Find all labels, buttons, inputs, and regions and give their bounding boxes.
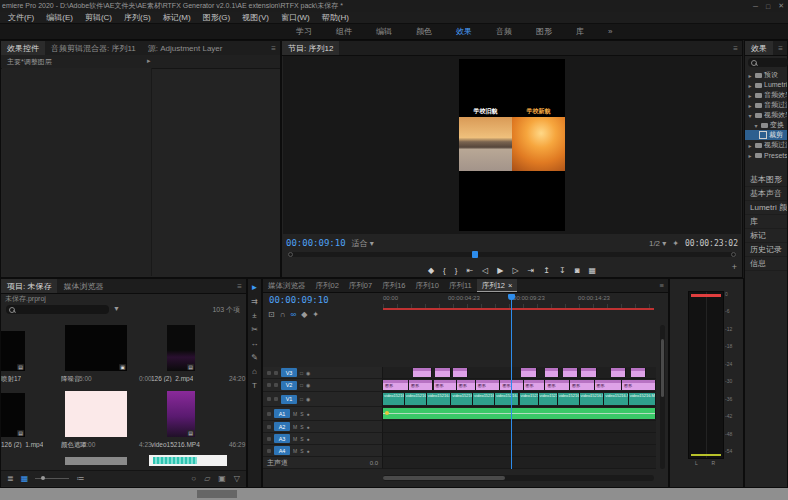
find-icon[interactable]: ○	[191, 474, 196, 483]
volume-line[interactable]	[383, 413, 655, 414]
graphics-clip[interactable]	[581, 368, 597, 377]
track-output-eye-icon[interactable]: ◉	[306, 370, 310, 376]
workspace-overflow-icon[interactable]: »	[596, 24, 624, 39]
graphics-clip[interactable]: 图形	[545, 380, 570, 390]
scrollbar-thumb[interactable]	[383, 476, 505, 480]
menu-item[interactable]: 窗口(W)	[275, 12, 316, 23]
ripple-edit-tool[interactable]: ±	[252, 311, 256, 320]
export-frame-icon[interactable]: ◙	[575, 266, 580, 275]
sync-lock-icon[interactable]: □	[300, 396, 303, 402]
track-lane-V1[interactable]: video15216.MP4video15216.MP4video15216.M…	[383, 392, 656, 407]
graphics-clip[interactable]: 图形	[457, 380, 476, 390]
tab-项目: 未保存[interactable]: 项目: 未保存	[1, 279, 57, 293]
sort-icon[interactable]: ≔	[76, 474, 84, 483]
track-lane-V3[interactable]	[383, 367, 656, 379]
record-mic-icon[interactable]: ●	[307, 448, 310, 454]
pen-tool[interactable]: ✎	[251, 353, 258, 362]
tab-媒体浏览器[interactable]: 媒体浏览器	[263, 279, 311, 292]
timeline-settings-icon[interactable]: ✦	[312, 310, 319, 319]
play-icon[interactable]: ▶	[497, 266, 503, 275]
program-playhead[interactable]	[472, 251, 478, 258]
project-item-thumbnail[interactable]: ▤	[167, 391, 195, 437]
tab-Lumetri 颜色[interactable]: Lumetri 颜色	[745, 201, 787, 215]
button-editor-icon[interactable]: +	[732, 262, 737, 272]
tab-序列11[interactable]: 序列11	[444, 279, 477, 292]
graphics-clip[interactable]: 图形	[595, 380, 622, 390]
add-marker-icon[interactable]: ◆	[301, 310, 307, 319]
effects-tree-item[interactable]: ▾变换	[745, 120, 787, 130]
video-clip[interactable]: video15216.MP4	[451, 393, 473, 405]
hand-tool[interactable]: ⌂	[252, 367, 257, 376]
go-to-out-icon[interactable]: ⇥	[528, 266, 535, 275]
effects-tree-item[interactable]: ▸预设	[745, 70, 787, 80]
menu-item[interactable]: 文件(F)	[2, 12, 40, 23]
comparison-view-icon[interactable]: ▦	[589, 266, 597, 275]
new-bin-icon[interactable]: ▱	[204, 474, 210, 483]
fit-dropdown[interactable]: 适合 ▾	[352, 238, 374, 249]
graphics-clip[interactable]: 图形	[570, 380, 595, 390]
panel-divider[interactable]	[151, 68, 152, 276]
record-mic-icon[interactable]: ●	[307, 424, 310, 430]
project-item-name[interactable]: 126 (2)_2.mp4	[151, 375, 193, 382]
snap-icon[interactable]: ∩	[280, 310, 286, 319]
graphics-clip[interactable]: 图形	[409, 380, 434, 390]
track-name[interactable]: V1	[281, 395, 297, 404]
project-item-thumbnail[interactable]	[149, 455, 227, 466]
workspace-tab-颜色[interactable]: 颜色	[404, 24, 444, 39]
track-lock-icon[interactable]	[267, 449, 271, 453]
graphics-clip[interactable]	[631, 368, 646, 377]
video-clip[interactable]: video15216.MP4	[495, 393, 520, 405]
track-select-tool[interactable]: ⇉	[251, 297, 258, 306]
track-lock-icon[interactable]	[267, 412, 271, 416]
mark-out-icon[interactable]: }	[455, 266, 458, 275]
zoom-slider[interactable]	[35, 478, 69, 479]
extract-icon[interactable]: ↧	[559, 266, 566, 275]
track-name[interactable]: A4	[274, 446, 290, 455]
tab-序列07[interactable]: 序列07	[344, 279, 377, 292]
clip-indicator[interactable]	[691, 294, 721, 297]
tab-历史记录[interactable]: 历史记录	[745, 243, 787, 257]
workspace-tab-库[interactable]: 库	[564, 24, 596, 39]
track-lock-icon[interactable]	[267, 383, 271, 387]
toggle-m-icon[interactable]: M	[293, 424, 297, 430]
tab-基本图形[interactable]: 基本图形	[745, 173, 787, 187]
track-lane-A3[interactable]	[383, 433, 656, 445]
program-timecode[interactable]: 00:00:09:10	[286, 238, 346, 248]
menu-item[interactable]: 编辑(E)	[40, 12, 79, 23]
track-name[interactable]: A2	[274, 422, 290, 431]
scrollbar-thumb[interactable]	[661, 339, 664, 397]
mark-in-icon[interactable]: {	[443, 266, 446, 275]
tab-panel[interactable]: 源: Adjustment Layer	[142, 41, 229, 55]
toggle-m-icon[interactable]: M	[293, 411, 297, 417]
track-name[interactable]: V3	[281, 368, 297, 377]
scrub-start-handle[interactable]	[288, 252, 293, 257]
menu-item[interactable]: 图形(G)	[197, 12, 237, 23]
step-back-icon[interactable]: ◁	[482, 266, 488, 275]
track-lane-A2[interactable]	[383, 421, 656, 433]
graphics-clip[interactable]: 图形	[524, 380, 546, 390]
window-control-icon[interactable]: □	[766, 3, 770, 10]
scale-dropdown[interactable]: 1/2 ▾	[649, 239, 666, 248]
toggle-m-icon[interactable]: M	[293, 448, 297, 454]
panel-menu-icon[interactable]: ≡	[271, 44, 280, 53]
timeline-timecode[interactable]: 00:00:09:10	[269, 295, 329, 305]
project-item-thumbnail[interactable]: ▤	[167, 325, 195, 371]
tab-信息[interactable]: 信息	[745, 257, 787, 271]
toggle-s-icon[interactable]: S	[300, 411, 303, 417]
effects-tree-item[interactable]: ▾视频效果	[745, 110, 787, 120]
record-mic-icon[interactable]: ●	[307, 411, 310, 417]
chevron-down-icon[interactable]: ▾	[753, 122, 759, 129]
source-assign-icon[interactable]	[274, 371, 278, 375]
chevron-down-icon[interactable]: ▾	[747, 112, 753, 119]
tab-effect-controls[interactable]: 效果控件	[1, 41, 45, 55]
toggle-m-icon[interactable]: M	[293, 436, 297, 442]
panel-menu-icon[interactable]: ≡	[778, 44, 787, 53]
project-item-name[interactable]: 喷射17	[1, 375, 21, 384]
panel-menu-icon[interactable]: ≡	[660, 281, 668, 290]
effects-tree-item[interactable]: ▸音频效果	[745, 90, 787, 100]
menu-item[interactable]: 剪辑(C)	[79, 12, 118, 23]
program-scrubber[interactable]	[288, 252, 736, 257]
video-clip[interactable]: video15216.MP4	[520, 393, 539, 405]
tab-panel[interactable]: 音频剪辑混合器: 序列11	[45, 41, 142, 55]
record-mic-icon[interactable]: ●	[307, 436, 310, 442]
